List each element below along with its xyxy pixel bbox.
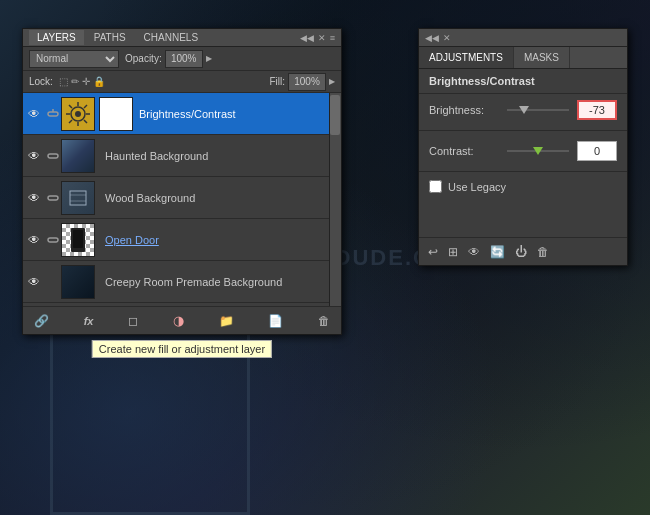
layer-visibility-3[interactable]: 👁 xyxy=(23,191,45,205)
fill-input[interactable] xyxy=(288,73,326,91)
layer-row-haunted[interactable]: 👁 Haunted Background xyxy=(23,135,329,177)
layer-name-1: Brightness/Contrast xyxy=(139,108,315,120)
adj-refresh-btn[interactable]: 🔄 xyxy=(487,243,508,261)
opacity-triangle[interactable]: ▶ xyxy=(206,54,212,63)
layer-visibility-5[interactable]: 👁 xyxy=(23,275,45,289)
contrast-label: Contrast: xyxy=(429,145,499,157)
use-legacy-label: Use Legacy xyxy=(448,181,506,193)
fx-btn[interactable]: fx xyxy=(81,313,97,329)
chain-link-icon xyxy=(47,108,59,120)
delete-layer-btn[interactable]: 🗑 xyxy=(315,312,333,330)
adj-panel-title: Brightness/Contrast xyxy=(419,69,627,94)
svg-rect-14 xyxy=(70,191,86,205)
svg-rect-13 xyxy=(48,196,58,200)
adj-collapse-icon[interactable]: ◀◀ xyxy=(425,33,439,43)
chain-link-icon-2 xyxy=(47,150,59,162)
svg-point-3 xyxy=(75,111,81,117)
opacity-row: Opacity: ▶ xyxy=(125,50,212,68)
link-layers-btn[interactable]: 🔗 xyxy=(31,312,52,330)
adjustments-panel: ◀◀ ✕ ADJUSTMENTS MASKS Brightness/Contra… xyxy=(418,28,628,266)
use-legacy-checkbox[interactable] xyxy=(429,180,442,193)
adj-spacer xyxy=(419,197,627,237)
contrast-slider[interactable] xyxy=(507,141,569,161)
layer-link-1 xyxy=(45,108,61,120)
layer-name-2: Haunted Background xyxy=(105,150,315,162)
brightness-label: Brightness: xyxy=(429,104,499,116)
adjustment-thumb xyxy=(62,98,94,130)
opacity-label: Opacity: xyxy=(125,53,162,64)
svg-rect-12 xyxy=(48,154,58,158)
layers-list: 👁 xyxy=(23,93,341,306)
add-mask-btn[interactable]: ◻ xyxy=(125,312,141,330)
layer-link-2 xyxy=(45,150,61,162)
layer-thumb-1 xyxy=(61,97,95,131)
layer-row-brightness-contrast[interactable]: 👁 xyxy=(23,93,329,135)
door-icon xyxy=(68,226,88,254)
contrast-input[interactable] xyxy=(577,141,617,161)
fill-row: Fill: ▶ xyxy=(269,73,335,91)
blend-opacity-row: Normal Multiply Screen Overlay Opacity: … xyxy=(23,47,341,71)
panel-menu-icon[interactable]: ≡ xyxy=(330,33,335,43)
layer-visibility-2[interactable]: 👁 xyxy=(23,149,45,163)
layer-link-3 xyxy=(45,192,61,204)
layer-thumb-4 xyxy=(61,223,95,257)
lock-pixels-icon[interactable]: ⬚ xyxy=(59,76,68,87)
fill-triangle[interactable]: ▶ xyxy=(329,77,335,86)
adj-delete-btn[interactable]: 🗑 xyxy=(534,243,552,261)
tab-layers[interactable]: LAYERS xyxy=(29,30,84,45)
adj-reset-btn[interactable]: ↩ xyxy=(425,243,441,261)
layer-link-4 xyxy=(45,234,61,246)
brightness-icon xyxy=(64,100,92,128)
contrast-thumb xyxy=(533,147,543,155)
collapse-icon[interactable]: ◀◀ xyxy=(300,33,314,43)
lock-move-icon[interactable]: ✛ xyxy=(82,76,90,87)
tab-adjustments[interactable]: ADJUSTMENTS xyxy=(419,47,514,68)
layer-toolbar: 🔗 fx ◻ ◑ 📁 📄 🗑 Create new fill or adjust… xyxy=(23,306,341,334)
adjustments-titlebar: ◀◀ ✕ xyxy=(419,29,627,47)
chain-link-icon-4 xyxy=(47,234,59,246)
svg-rect-0 xyxy=(48,112,58,116)
use-legacy-row: Use Legacy xyxy=(419,176,627,197)
layer-name-3: Wood Background xyxy=(105,192,315,204)
close-panel-icon[interactable]: ✕ xyxy=(318,33,326,43)
fill-label: Fill: xyxy=(269,76,285,87)
new-group-btn[interactable]: 📁 xyxy=(216,312,237,330)
adj-new-btn[interactable]: ⊞ xyxy=(445,243,461,261)
new-adjustment-btn[interactable]: ◑ xyxy=(170,311,187,330)
layer-row-wood[interactable]: 👁 Wood Background xyxy=(23,177,329,219)
svg-rect-19 xyxy=(73,230,83,248)
layer-row-door[interactable]: 👁 Open Door xyxy=(23,219,329,261)
lock-icons: ⬚ ✏ ✛ 🔒 xyxy=(59,76,105,87)
layer-thumb-5 xyxy=(61,265,95,299)
lock-position-icon[interactable]: ✏ xyxy=(71,76,79,87)
layers-scrollbar[interactable] xyxy=(329,93,341,306)
scrollbar-thumb[interactable] xyxy=(330,95,340,135)
layer-row-creepy[interactable]: 👁 Creepy Room Premade Background xyxy=(23,261,329,303)
layer-visibility-4[interactable]: 👁 xyxy=(23,233,45,247)
lock-all-icon[interactable]: 🔒 xyxy=(93,76,105,87)
adjustment-tabs: ADJUSTMENTS MASKS xyxy=(419,47,627,69)
adj-close-icon[interactable]: ✕ xyxy=(443,33,451,43)
layer-mask-1 xyxy=(99,97,133,131)
blend-mode-select[interactable]: Normal Multiply Screen Overlay xyxy=(29,50,119,68)
wood-icon xyxy=(68,188,88,208)
tab-masks[interactable]: MASKS xyxy=(514,47,570,68)
layers-tabs: LAYERS PATHS CHANNELS xyxy=(29,30,206,45)
layers-panel: LAYERS PATHS CHANNELS ◀◀ ✕ ≡ Normal Mult… xyxy=(22,28,342,335)
contrast-row: Contrast: xyxy=(419,135,627,167)
adj-visibility-btn[interactable]: 👁 xyxy=(465,243,483,261)
brightness-slider[interactable] xyxy=(507,100,569,120)
chain-link-icon-3 xyxy=(47,192,59,204)
brightness-thumb xyxy=(519,106,529,114)
layer-name-4: Open Door xyxy=(105,234,315,246)
adj-power-btn[interactable]: ⏻ xyxy=(512,243,530,261)
brightness-input[interactable] xyxy=(577,100,617,120)
svg-rect-17 xyxy=(48,238,58,242)
tab-paths[interactable]: PATHS xyxy=(86,30,134,45)
layer-visibility-1[interactable]: 👁 xyxy=(23,107,45,121)
new-layer-btn[interactable]: 📄 xyxy=(265,312,286,330)
brightness-track xyxy=(507,109,569,111)
opacity-input[interactable] xyxy=(165,50,203,68)
svg-line-8 xyxy=(69,105,72,108)
tab-channels[interactable]: CHANNELS xyxy=(136,30,206,45)
